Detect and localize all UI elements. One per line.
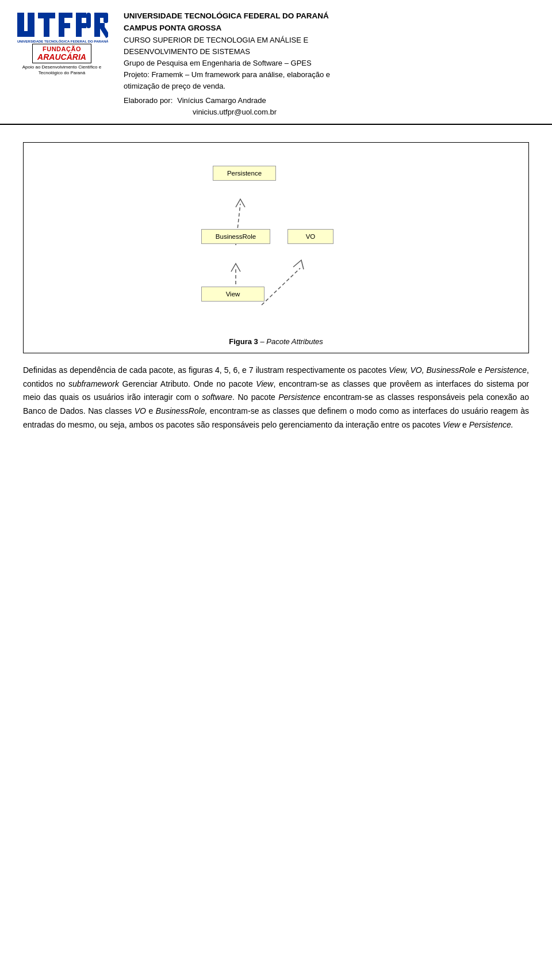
svg-rect-8 xyxy=(59,23,70,28)
svg-rect-3 xyxy=(28,13,34,33)
araucaria-title: ARAUCÁRIA xyxy=(37,52,86,62)
figure-container: Persistence BusinessRole VO View Figura … xyxy=(23,142,529,353)
fundacao-box: FUNDAÇÃO ARAUCÁRIA xyxy=(32,44,91,63)
caption-text: Pacote Attributes xyxy=(266,337,323,346)
fundacao-logo: FUNDAÇÃO ARAUCÁRIA Apoio ao Desenvolvime… xyxy=(16,44,108,77)
svg-rect-12 xyxy=(86,13,91,28)
elaborado-name: Vinícius Camargo Andrade xyxy=(177,95,266,106)
header-text: UNIVERSIDADE TECNOLÓGICA FEDERAL DO PARA… xyxy=(124,10,535,118)
elaborado-row: Elaborado por: Vinícius Camargo Andrade xyxy=(124,95,535,106)
logo-area: UNIVERSIDADE TECNOLÓGICA FEDERAL DO PARA… xyxy=(12,10,112,77)
university-line5: Grupo de Pesquisa em Engenharia de Softw… xyxy=(124,58,535,69)
svg-rect-14 xyxy=(94,13,105,18)
svg-rect-5 xyxy=(44,13,49,37)
elaborado-label: Elaborado por: xyxy=(124,95,172,106)
vo-box: VO xyxy=(288,229,334,244)
svg-rect-16 xyxy=(103,13,108,23)
university-line3: CURSO SUPERIOR DE TECNOLOGIA EM ANÁLISE … xyxy=(124,35,535,46)
diagram-area: Persistence BusinessRole VO View xyxy=(155,154,397,333)
university-line1: UNIVERSIDADE TECNOLÓGICA FEDERAL DO PARA… xyxy=(124,10,535,22)
caption-label: Figura 3 xyxy=(229,337,258,346)
body-paragraph: Definidas as dependência de cada pacote,… xyxy=(23,364,529,432)
persistence-box: Persistence xyxy=(213,166,276,181)
figure-caption: Figura 3 – Pacote Attributes xyxy=(35,337,517,346)
page-header: UNIVERSIDADE TECNOLÓGICA FEDERAL DO PARA… xyxy=(0,0,552,125)
svg-text:UNIVERSIDADE TECNOLÓGICA FEDER: UNIVERSIDADE TECNOLÓGICA FEDERAL DO PARA… xyxy=(17,39,108,43)
utfpr-logo: UNIVERSIDADE TECNOLÓGICA FEDERAL DO PARA… xyxy=(16,10,108,44)
caption-dash: – xyxy=(260,337,264,346)
businessrole-box: BusinessRole xyxy=(201,229,270,244)
view-box: View xyxy=(201,287,264,302)
university-line6: Projeto: Framemk – Um framework para aná… xyxy=(124,69,535,81)
svg-rect-11 xyxy=(76,23,86,28)
svg-line-21 xyxy=(262,268,300,305)
main-content: Persistence BusinessRole VO View Figura … xyxy=(0,125,552,456)
elaborado-email: vinicius.utfpr@uol.com.br xyxy=(124,106,535,118)
svg-rect-10 xyxy=(76,13,86,18)
university-line2: CAMPUS PONTA GROSSA xyxy=(124,22,535,35)
university-line4: DESENVOLVIMENTO DE SISTEMAS xyxy=(124,46,535,58)
diagram-svg xyxy=(155,154,397,333)
svg-rect-1 xyxy=(17,13,24,33)
fundacao-sub: Apoio ao Desenvolvimento Científico e Te… xyxy=(16,64,108,77)
university-line7: otimização de preço de venda. xyxy=(124,81,535,92)
svg-rect-7 xyxy=(59,13,72,18)
fundacao-title: FUNDAÇÃO xyxy=(37,45,86,52)
